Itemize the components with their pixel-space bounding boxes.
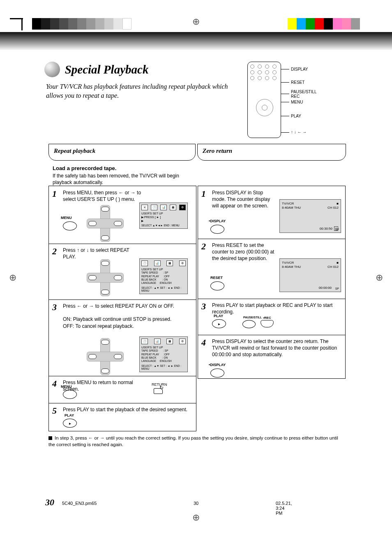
step-number: 2: [201, 241, 206, 252]
section-title-zero-return: Zero return: [203, 147, 232, 154]
step-text: Press DISPLAY in Stop mode. The counter …: [212, 189, 278, 210]
page-title: Special Playback: [65, 63, 149, 76]
step-text: Press ↑ or ↓ to select REPEAT PLAY.: [63, 247, 143, 260]
sphere-icon: [44, 62, 60, 77]
display-button-icon: [210, 225, 224, 234]
pretext-bold: Load a prerecorded tape.: [53, 165, 116, 171]
callout-line: [281, 82, 289, 83]
rec-label: •REC: [263, 316, 271, 320]
step-text: Press RESET to set the counter to zero (…: [212, 242, 278, 262]
display-label: •DISPLAY: [209, 363, 226, 367]
registration-mark: ⊕: [192, 512, 200, 523]
osd-setup-label: USER'S SET UP: [141, 345, 186, 349]
vcr-screen-display: TV/VCR 8:40AM THU ■ CH 012 00:30:50 ▯ SP: [279, 199, 341, 233]
lcd-channel: CH 012: [327, 265, 339, 269]
step-number: 4: [52, 378, 57, 389]
osd-setup-label: USER'S SET UP: [141, 267, 186, 271]
step-number: 3: [52, 302, 57, 313]
lcd-counter: 00:00:00: [319, 286, 332, 290]
osd-screen: 🕒📊▦⚙ USER'S SET UP TAPE SPEED : SP REPEA…: [139, 258, 188, 294]
footer-date: 02.5.21, 3:24 PM: [276, 501, 292, 516]
callout-line: [281, 132, 289, 133]
registration-mark: ⊕: [9, 272, 16, 283]
step-number: 5: [52, 405, 57, 416]
grayscale-swatch: [32, 18, 131, 30]
lcd-mode: TV/VCR: [282, 202, 301, 206]
lcd-stop-icon: ■: [327, 261, 339, 265]
page-subtitle: Your TV/VCR has playback features includ…: [46, 82, 235, 100]
return-icon: ↻: [154, 388, 163, 394]
play-button-icon: ▸: [63, 419, 77, 428]
color-swatch: [288, 18, 360, 30]
lcd-time: 8:40AM THU: [282, 265, 301, 269]
callout-line: [281, 94, 289, 94]
lcd-time: 8:40AM THU: [282, 206, 301, 210]
play-label: PLAY: [214, 314, 223, 318]
section-box-right: Zero return: [197, 144, 346, 161]
pause-button-icon: [242, 320, 256, 328]
callout-arrows: ↑ ↓ ← →: [291, 130, 307, 134]
osd-menu-items: TAPE SPEED : SP REPEAT PLAY :OFF BLUE BA…: [141, 349, 186, 363]
callout-line: [281, 69, 289, 69]
step-number: 1: [201, 189, 206, 199]
display-label: •DISPLAY: [209, 219, 226, 223]
pretext-note: If the safety tab has been removed, the …: [53, 173, 192, 186]
lcd-mode: TV/VCR: [282, 261, 301, 265]
step-text: Press MENU, then press ← or → to select …: [63, 189, 143, 203]
reset-label: RESET: [210, 276, 223, 280]
bullet-square-icon: [48, 436, 52, 440]
play-label: PLAY: [65, 413, 74, 417]
menu-label: MENU: [61, 216, 72, 220]
print-footer: 5C40_EN3.pm65 30 02.5.21, 3:24 PM: [194, 501, 198, 506]
crop-mark: [21, 18, 23, 30]
callout-line: [281, 116, 289, 116]
callout-display: DISPLAY: [291, 67, 308, 71]
step-number: 3: [201, 301, 206, 312]
callout-play: PLAY: [291, 114, 301, 118]
section-box-left: Repeat playback: [48, 144, 196, 161]
osd-setup-label: USER'S SET UP: [141, 212, 186, 215]
step-text: Press PLAY to start the playback of the …: [63, 406, 193, 413]
step-text: Press DISPLAY to select the counter zero…: [212, 338, 342, 358]
osd-guide: SELECT : ▲▼ SET : ◄ ► END : MENU: [141, 286, 186, 292]
lcd-counter: 00:30:50: [320, 227, 332, 231]
step-number: 2: [52, 246, 57, 257]
section-title-repeat-playback: Repeat playback: [54, 147, 95, 154]
lcd-sp: SP: [335, 287, 339, 290]
osd-screen: ⤭🕒📊▦⚙ USER'S SET UP ▶:PRESS [ ► ] ▶ SELE…: [139, 203, 188, 229]
footer-filename: 5C40_EN3.pm65: [62, 501, 97, 506]
registration-mark: ⊕: [192, 16, 200, 27]
steps-panel-left: 1 Press MENU, then press ← or → to selec…: [48, 186, 196, 431]
dpad-icon: [87, 205, 124, 242]
footnote: In step 3, press ← or → until you reach …: [48, 435, 344, 448]
menu-button-icon: [63, 390, 77, 399]
footer-page: 30: [194, 501, 198, 506]
reset-button-icon: [210, 281, 224, 290]
step-text: Press MENU to return to normal screen.: [63, 379, 143, 392]
rec-button-icon: [261, 320, 274, 327]
lcd-stop-icon: ■: [327, 202, 339, 206]
page-number: 30: [45, 497, 54, 508]
osd-tip: ▶:PRESS [ ► ] ▶: [141, 215, 186, 223]
menu-label: MENU: [61, 385, 72, 389]
callout-menu: MENU: [291, 100, 303, 104]
page-gradient-band: [0, 32, 392, 51]
display-button-icon: [210, 368, 224, 378]
remote-control-diagram: [247, 62, 281, 138]
osd-guide: SELECT ▲▼◄► END : MENU: [141, 224, 186, 227]
menu-button-icon: [63, 221, 77, 230]
callout-pause-rec: PAUSE/STILL REC: [291, 90, 317, 99]
vcr-screen-display: TV/VCR 8:40AM THU ■ CH 012 00:00:00 SP: [279, 258, 341, 292]
callout-line: [281, 102, 289, 102]
dpad-icon: [87, 338, 124, 375]
step-number: 4: [201, 337, 206, 348]
step-text: Press ← or → to select REPEAT PLAY ON or…: [63, 303, 193, 329]
step-text: Press PLAY to start playback or REC and …: [212, 302, 342, 315]
play-button-icon: ▸: [212, 319, 226, 328]
steps-panel-right: 1 Press DISPLAY in Stop mode. The counte…: [198, 186, 346, 379]
pause-label: PAUSE/STILL: [243, 316, 262, 319]
osd-menu-items: TAPE SPEED : SP REPEAT PLAY :OFF BLUE BA…: [141, 271, 186, 285]
registration-mark: ⊕: [376, 272, 383, 283]
osd-guide: SELECT : ▲▼ SET : ◄ ► END : MENU: [141, 364, 186, 370]
dpad-icon: [87, 259, 124, 296]
